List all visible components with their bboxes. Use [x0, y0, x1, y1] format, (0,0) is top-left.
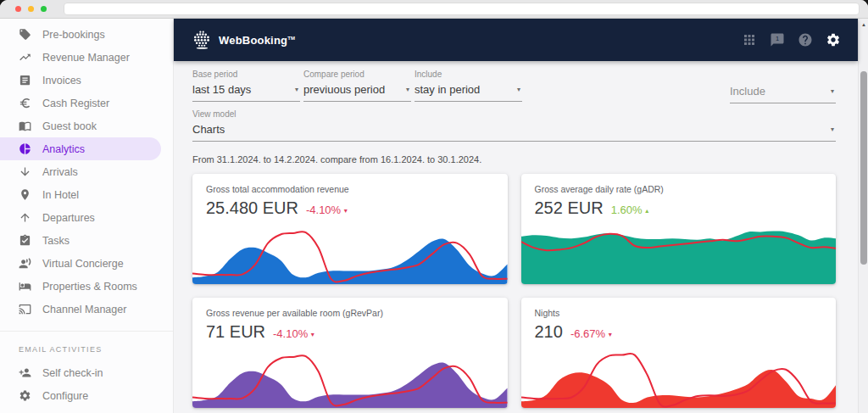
card-gross-average-daily-rate: Gross average daily rate (gADR) 252 EUR …	[521, 174, 837, 284]
zoom-window-button[interactable]	[41, 6, 47, 12]
cast-icon	[19, 303, 31, 315]
card-title: Gross revenue per available room (gRevPa…	[206, 308, 494, 318]
sidebar-divider	[0, 331, 173, 332]
trending-up-icon	[19, 51, 31, 64]
help-icon[interactable]	[798, 32, 813, 47]
chevron-down-icon: ▾	[517, 86, 520, 93]
sidebar-item-departures[interactable]: Departures	[0, 206, 173, 229]
page-scrollbar[interactable]: ▲	[858, 19, 868, 413]
card-gross-revenue-per-available-room: Gross revenue per available room (gRevPa…	[192, 298, 508, 408]
include-value: stay in period	[415, 83, 480, 96]
sidebar-item-label: Virtual Concierge	[42, 258, 124, 270]
arrow-up-icon	[19, 211, 31, 224]
sidebar-item-tasks[interactable]: Tasks	[0, 229, 173, 252]
apps-grid-icon[interactable]	[742, 32, 757, 47]
book-icon	[19, 120, 31, 132]
brand-logo[interactable]: WebBookingTM	[191, 29, 295, 51]
brand-trademark: TM	[287, 35, 295, 40]
gadr-area-chart	[521, 218, 837, 284]
invoice-icon	[19, 74, 31, 87]
sidebar-item-guest-book[interactable]: Guest book	[0, 114, 173, 137]
chevron-down-icon: ▾	[831, 126, 834, 133]
sidebar-item-arrivals[interactable]: Arrivals	[0, 160, 173, 183]
sidebar-item-label: Analytics	[42, 143, 85, 155]
browser-chrome	[0, 0, 868, 19]
base-period-value: last 15 days	[192, 83, 251, 96]
view-model-value: Charts	[192, 123, 225, 136]
chat-badge: 1	[776, 35, 779, 42]
base-period-select[interactable]: Base period last 15 days▾	[192, 70, 300, 103]
sidebar-item-configure[interactable]: Configure	[0, 384, 173, 407]
url-bar[interactable]	[64, 3, 860, 15]
tag-icon	[19, 28, 31, 41]
sidebar-item-label: Properties & Rooms	[42, 281, 137, 293]
chat-icon[interactable]: 1	[770, 32, 785, 47]
card-title: Gross total accommodation revenue	[206, 184, 494, 194]
scrollbar-up-arrow-icon[interactable]: ▲	[859, 22, 868, 27]
card-title: Gross average daily rate (gADR)	[535, 184, 823, 194]
card-change[interactable]: -6.67% ▾	[570, 327, 612, 340]
sidebar-item-self-check-in[interactable]: Self check-in	[0, 361, 173, 384]
gear-icon	[19, 389, 31, 402]
globe-dots-logo-icon	[191, 29, 213, 51]
bed-icon	[19, 280, 31, 293]
card-change[interactable]: -4.10% ▾	[273, 327, 314, 340]
card-title: Nights	[535, 308, 823, 318]
sidebar-item-label: Cash Register	[42, 98, 109, 109]
analytics-content: Base period last 15 days▾ Compare period…	[174, 61, 858, 413]
top-navbar: WebBookingTM 1	[174, 19, 858, 61]
revenue-area-chart	[192, 218, 508, 284]
grevpar-area-chart	[192, 342, 508, 408]
location-pin-icon	[19, 188, 31, 201]
sidebar-item-revenue-manager[interactable]: Revenue Manager	[0, 46, 173, 69]
sidebar-item-label: Pre-bookings	[42, 29, 105, 41]
sidebar-item-in-hotel[interactable]: In Hotel	[0, 183, 173, 206]
card-change[interactable]: -4.10% ▾	[306, 204, 348, 216]
person-add-icon	[19, 366, 31, 379]
date-range-summary: From 31.1.2024. to 14.2.2024. compare fr…	[192, 154, 836, 165]
sidebar-section-email-activities: EMAIL ACTIVITIES	[0, 345, 173, 354]
compare-period-label: Compare period	[303, 70, 411, 79]
settings-icon[interactable]	[826, 32, 841, 47]
sidebar-item-label: Arrivals	[42, 166, 78, 178]
task-check-icon	[19, 234, 31, 247]
sidebar-item-label: Invoices	[42, 75, 81, 87]
sidebar-item-invoices[interactable]: Invoices	[0, 69, 173, 92]
card-value: 252 EUR	[535, 198, 604, 218]
compare-period-value: previuous period	[303, 83, 385, 96]
sidebar-item-label: Channel Manager	[42, 304, 126, 315]
scrollbar-thumb[interactable]	[860, 71, 867, 265]
pie-chart-icon	[19, 142, 31, 155]
sidebar-item-label: Self check-in	[42, 367, 103, 379]
include-right-placeholder: Include	[730, 85, 765, 98]
arrow-down-icon	[19, 165, 31, 178]
sidebar-item-virtual-concierge[interactable]: Virtual Concierge	[0, 252, 173, 275]
include-select[interactable]: Include stay in period▾	[415, 70, 522, 103]
card-value: 71 EUR	[206, 322, 265, 342]
chevron-down-icon: ▾	[406, 86, 409, 93]
sidebar-item-label: In Hotel	[42, 189, 79, 201]
brand-name: WebBookingTM	[219, 34, 295, 47]
sidebar-item-cash-register[interactable]: Cash Register	[0, 92, 173, 114]
card-value: 210	[535, 322, 563, 342]
base-period-label: Base period	[192, 70, 300, 79]
sidebar-item-analytics[interactable]: Analytics	[0, 137, 161, 160]
sidebar-item-properties-rooms[interactable]: Properties & Rooms	[0, 275, 173, 298]
compare-period-select[interactable]: Compare period previuous period▾	[303, 70, 411, 103]
minimize-window-button[interactable]	[28, 6, 34, 12]
sidebar: Pre-bookings Revenue Manager Invoices Ca…	[0, 19, 174, 413]
card-gross-total-accommodation-revenue: Gross total accommodation revenue 25.480…	[192, 174, 508, 284]
card-change[interactable]: 1.60% ▴	[611, 204, 649, 216]
include-right-select[interactable]: Include▾	[730, 70, 836, 103]
view-model-select[interactable]: View model Charts▾	[192, 109, 836, 142]
view-model-label: View model	[192, 109, 836, 119]
sidebar-item-label: Revenue Manager	[42, 52, 130, 64]
sidebar-item-label: Guest book	[42, 120, 97, 132]
close-window-button[interactable]	[15, 6, 21, 12]
sidebar-item-channel-manager[interactable]: Channel Manager	[0, 298, 173, 321]
trend-caret-icon: ▴	[645, 207, 648, 215]
nights-area-chart	[521, 342, 837, 408]
card-nights: Nights 210 -6.67% ▾	[521, 298, 837, 408]
trend-caret-icon: ▾	[609, 331, 612, 338]
sidebar-item-pre-bookings[interactable]: Pre-bookings	[0, 23, 173, 46]
